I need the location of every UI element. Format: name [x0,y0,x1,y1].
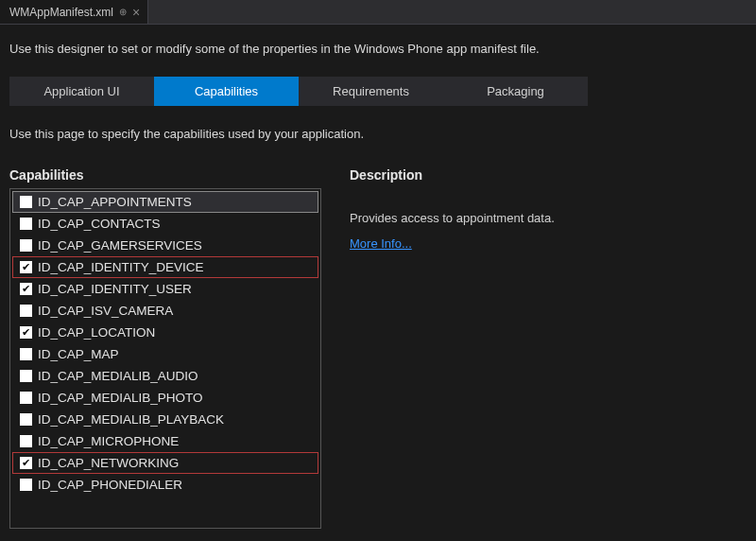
capability-item[interactable]: ID_CAP_GAMERSERVICES [12,235,318,256]
pin-icon[interactable]: ⊕ [119,7,127,17]
capability-label: ID_CAP_NETWORKING [38,456,179,470]
intro-text: Use this designer to set or modify some … [9,42,747,56]
capability-label: ID_CAP_MAP [38,347,119,361]
capability-item[interactable]: ID_CAP_MAP [12,343,318,365]
capability-item[interactable]: ✔ID_CAP_IDENTITY_USER [12,278,318,300]
capability-item[interactable]: ✔ID_CAP_NETWORKING [12,452,318,474]
capability-checkbox[interactable]: ✔ [20,261,32,273]
tab-packaging[interactable]: Packaging [443,77,588,106]
capability-checkbox[interactable] [20,239,32,252]
nav-tabs: Application UICapabilitiesRequirementsPa… [9,77,588,106]
capability-item[interactable]: ID_CAP_MEDIALIB_AUDIO [12,365,318,387]
capability-checkbox[interactable] [20,196,32,208]
capability-label: ID_CAP_MEDIALIB_AUDIO [38,369,198,383]
more-info-link[interactable]: More Info... [350,236,412,251]
description-text: Provides access to appointment data. [350,211,747,225]
capability-checkbox[interactable] [20,392,32,404]
capability-label: ID_CAP_IDENTITY_USER [38,282,192,296]
capability-label: ID_CAP_APPOINTMENTS [38,195,192,209]
capabilities-heading: Capabilities [9,167,321,183]
tab-capabilities[interactable]: Capabilities [154,77,299,106]
capability-label: ID_CAP_GAMERSERVICES [38,238,202,253]
tab-application-ui[interactable]: Application UI [9,77,154,106]
capability-item[interactable]: ID_CAP_CONTACTS [12,213,318,235]
file-tab[interactable]: WMAppManifest.xml ⊕ × [0,0,148,24]
capability-checkbox[interactable]: ✔ [20,326,32,339]
capabilities-column: Capabilities ID_CAP_APPOINTMENTSID_CAP_C… [9,167,321,529]
columns: Capabilities ID_CAP_APPOINTMENTSID_CAP_C… [9,167,747,529]
capability-item[interactable]: ✔ID_CAP_LOCATION [12,322,318,343]
capability-item[interactable]: ID_CAP_MEDIALIB_PLAYBACK [12,409,318,430]
capability-label: ID_CAP_MEDIALIB_PLAYBACK [38,412,224,427]
capability-checkbox[interactable]: ✔ [20,457,32,469]
capability-item[interactable]: ID_CAP_ISV_CAMERA [12,300,318,322]
capability-label: ID_CAP_ISV_CAMERA [38,304,173,318]
capability-checkbox[interactable] [20,370,32,382]
capability-label: ID_CAP_MICROPHONE [38,434,179,448]
tab-requirements[interactable]: Requirements [299,77,443,106]
document-tab-bar: WMAppManifest.xml ⊕ × [0,0,756,25]
description-column: Description Provides access to appointme… [350,167,747,529]
capability-checkbox[interactable] [20,413,32,426]
designer-content: Use this designer to set or modify some … [0,25,756,538]
capability-checkbox[interactable] [20,218,32,230]
capability-label: ID_CAP_LOCATION [38,325,155,340]
capability-item[interactable]: ID_CAP_APPOINTMENTS [12,191,318,213]
capability-checkbox[interactable] [20,348,32,360]
capability-item[interactable]: ID_CAP_MEDIALIB_PHOTO [12,387,318,409]
description-heading: Description [350,167,747,183]
capability-label: ID_CAP_PHONEDIALER [38,478,182,492]
capability-label: ID_CAP_IDENTITY_DEVICE [38,260,204,274]
file-tab-label: WMAppManifest.xml [9,6,113,19]
capability-item[interactable]: ID_CAP_PHONEDIALER [12,474,318,496]
capability-label: ID_CAP_CONTACTS [38,217,161,231]
capabilities-listbox[interactable]: ID_CAP_APPOINTMENTSID_CAP_CONTACTSID_CAP… [9,188,321,529]
page-description: Use this page to specify the capabilitie… [9,127,747,141]
capability-item[interactable]: ID_CAP_MICROPHONE [12,430,318,452]
capability-label: ID_CAP_MEDIALIB_PHOTO [38,391,203,405]
capability-item[interactable]: ✔ID_CAP_IDENTITY_DEVICE [12,256,318,278]
capability-checkbox[interactable] [20,479,32,491]
capability-checkbox[interactable] [20,305,32,317]
close-icon[interactable]: × [132,6,140,19]
capability-checkbox[interactable] [20,435,32,447]
capability-checkbox[interactable]: ✔ [20,283,32,295]
